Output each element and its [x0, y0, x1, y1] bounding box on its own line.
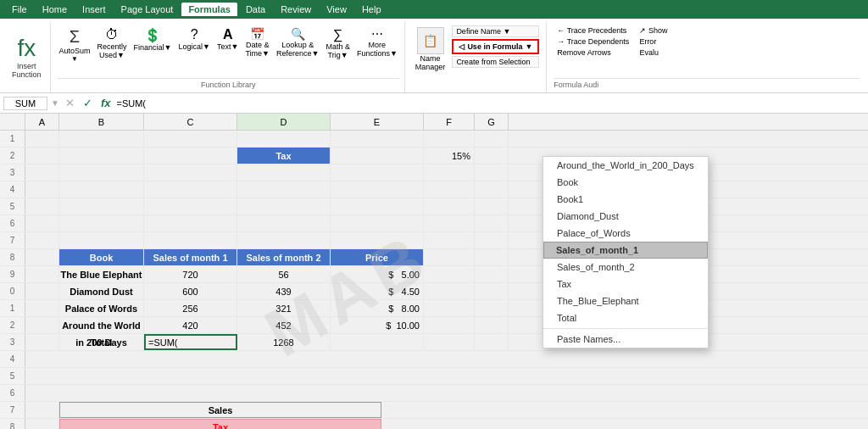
formula-input[interactable]	[116, 98, 865, 109]
header-sales1[interactable]: Sales of month 1	[144, 249, 237, 265]
more-functions-btn[interactable]: ⋯ MoreFunctions▼	[355, 25, 399, 59]
cell[interactable]	[424, 131, 475, 147]
cell[interactable]	[424, 266, 475, 282]
cell-book3[interactable]: Palace of Words	[59, 300, 144, 316]
dropdown-item-book[interactable]: Book	[543, 174, 708, 191]
cell[interactable]	[237, 164, 331, 181]
dropdown-item-book1[interactable]: Book1	[543, 191, 708, 208]
dropdown-item-total[interactable]: Total	[543, 309, 708, 326]
cell[interactable]	[475, 181, 509, 198]
col-header-b[interactable]: B	[59, 114, 144, 130]
date-time-btn[interactable]: 📅 Date &Time▼	[243, 25, 271, 59]
cell[interactable]	[59, 181, 144, 198]
cell[interactable]	[475, 232, 509, 248]
cell[interactable]	[25, 334, 59, 350]
use-in-formula-btn[interactable]: ◁ Use in Formula ▼	[452, 39, 539, 54]
insert-function-label[interactable]: InsertFunction	[12, 62, 42, 79]
menu-view[interactable]: View	[320, 3, 353, 16]
cell-s2b[interactable]: 439	[237, 283, 331, 299]
cell[interactable]	[59, 164, 144, 181]
cell[interactable]	[25, 351, 868, 367]
show-formulas-btn[interactable]: ↗ Show	[636, 25, 670, 36]
cell[interactable]	[475, 300, 509, 316]
cell[interactable]	[424, 198, 475, 214]
dropdown-item-diamond[interactable]: Diamond_Dust	[543, 208, 708, 225]
cell-total-label[interactable]: Total	[59, 334, 144, 350]
cell[interactable]	[475, 249, 509, 265]
cell[interactable]	[475, 215, 509, 231]
insert-function-bar-icon[interactable]: fx	[98, 97, 114, 109]
cell[interactable]	[25, 317, 59, 333]
cell[interactable]	[25, 232, 59, 248]
cell[interactable]	[25, 385, 868, 401]
cell[interactable]	[237, 131, 331, 147]
cell[interactable]	[144, 164, 237, 181]
cell[interactable]	[237, 181, 331, 198]
name-box-arrow[interactable]: ▼	[51, 98, 59, 108]
text-btn[interactable]: A Text▼	[215, 25, 240, 53]
cell[interactable]	[475, 334, 509, 350]
trace-dependents-btn[interactable]: → Trace Dependents	[554, 36, 632, 47]
cell-sum-formula[interactable]: =SUM(	[144, 334, 237, 350]
col-header-e[interactable]: E	[331, 114, 424, 130]
cell-price1[interactable]: $ 5.00	[331, 266, 424, 282]
cell-price2[interactable]: $ 4.50	[331, 283, 424, 299]
dropdown-item-around[interactable]: Around_the_World_in_200_Days	[543, 157, 708, 174]
cell[interactable]	[424, 283, 475, 299]
dropdown-item-sales2[interactable]: Sales_of_month_2	[543, 259, 708, 276]
dropdown-item-tax[interactable]: Tax	[543, 276, 708, 292]
name-manager-btn[interactable]: 📋 NameManager	[414, 25, 448, 73]
col-header-f[interactable]: F	[424, 114, 475, 130]
cell[interactable]	[144, 215, 237, 231]
cell[interactable]	[237, 198, 331, 214]
cell[interactable]	[25, 283, 59, 299]
cell-price4[interactable]: $ 10.00	[331, 317, 424, 333]
cell-s1[interactable]: 720	[144, 266, 237, 282]
cell-s1b[interactable]: 600	[144, 283, 237, 299]
trace-precedents-btn[interactable]: ← Trace Precedents	[554, 25, 632, 36]
cell[interactable]	[25, 164, 59, 181]
dropdown-item-blue[interactable]: The_Blue_Elephant	[543, 292, 708, 309]
menu-data[interactable]: Data	[239, 3, 272, 16]
cell[interactable]	[144, 148, 237, 164]
cell[interactable]	[25, 368, 868, 384]
cell[interactable]	[59, 148, 144, 164]
financial-btn[interactable]: 💲 Financial▼	[132, 25, 174, 53]
cell[interactable]	[424, 317, 475, 333]
cell[interactable]	[331, 232, 424, 248]
name-box[interactable]	[3, 97, 47, 110]
remove-arrows-btn[interactable]: Remove Arrows	[554, 47, 632, 58]
cell-tax[interactable]: Tax	[237, 148, 331, 164]
cell[interactable]	[25, 148, 59, 164]
cell-s1c[interactable]: 256	[144, 300, 237, 316]
col-header-g[interactable]: G	[475, 114, 509, 130]
cell[interactable]	[59, 215, 144, 231]
cell[interactable]	[25, 419, 59, 429]
col-header-c[interactable]: C	[144, 114, 237, 130]
cell[interactable]	[25, 266, 59, 282]
cell[interactable]	[25, 131, 59, 147]
cell[interactable]	[237, 232, 331, 248]
cell[interactable]	[59, 131, 144, 147]
menu-file[interactable]: File	[5, 3, 34, 16]
cell-s1d[interactable]: 420	[144, 317, 237, 333]
cell[interactable]	[144, 232, 237, 248]
cell-s2d[interactable]: 452	[237, 317, 331, 333]
cell[interactable]	[475, 131, 509, 147]
header-book[interactable]: Book	[59, 249, 144, 265]
cell[interactable]	[25, 300, 59, 316]
autosum-btn[interactable]: Σ AutoSum ▼	[58, 25, 92, 64]
menu-review[interactable]: Review	[274, 3, 318, 16]
cell[interactable]	[475, 283, 509, 299]
cell[interactable]	[424, 181, 475, 198]
cell[interactable]	[424, 334, 475, 350]
dropdown-item-paste[interactable]: Paste Names...	[543, 331, 708, 348]
cell[interactable]	[25, 402, 59, 418]
cell[interactable]	[25, 181, 59, 198]
define-name-btn[interactable]: Define Name ▼	[452, 25, 539, 37]
cell[interactable]	[25, 215, 59, 231]
menu-insert[interactable]: Insert	[75, 3, 113, 16]
cell[interactable]	[331, 131, 424, 147]
cell[interactable]	[59, 198, 144, 214]
logical-btn[interactable]: ? Logical▼	[177, 25, 212, 53]
